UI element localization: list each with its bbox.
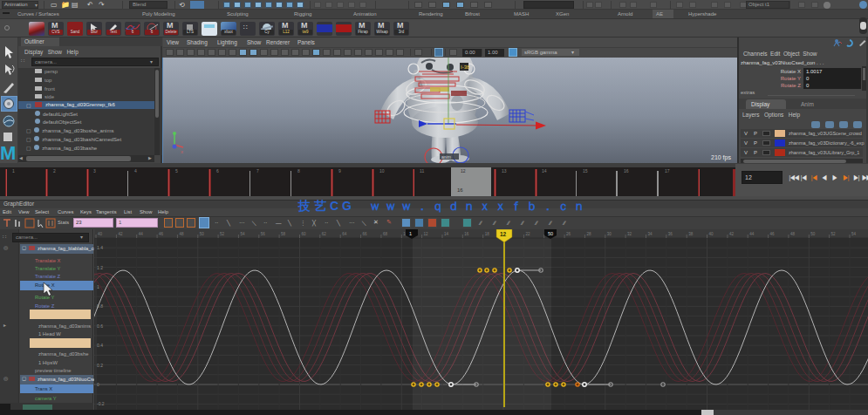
svg-text:42: 42 [118,232,123,236]
svg-text:0.2: 0.2 [97,363,103,368]
svg-text:44: 44 [749,232,755,236]
svg-text:18: 18 [485,232,490,236]
svg-text:64: 64 [342,232,347,236]
svg-text:1: 1 [409,231,412,236]
svg-text:32: 32 [627,232,632,236]
svg-text:210 fps: 210 fps [711,154,731,161]
svg-text:50: 50 [548,231,553,236]
svg-text:48: 48 [179,232,184,236]
svg-text:44: 44 [139,232,144,236]
svg-text:40: 40 [709,232,714,236]
svg-text:50: 50 [200,232,205,236]
svg-text:22: 22 [525,232,530,236]
svg-text:34: 34 [648,232,653,236]
svg-text:68: 68 [383,232,388,236]
svg-text:42: 42 [729,232,735,236]
svg-text:1.2: 1.2 [97,265,103,270]
svg-text:0.6: 0.6 [97,323,103,329]
svg-text:x: x [181,149,183,154]
svg-text:50: 50 [810,232,816,236]
svg-text:26: 26 [566,232,571,236]
svg-text:28: 28 [586,232,591,236]
svg-text:0.4: 0.4 [97,343,103,348]
svg-text:54: 54 [240,232,245,236]
svg-text:anim: anim [441,154,451,160]
svg-text:66: 66 [363,232,368,236]
svg-text:52: 52 [831,232,837,236]
svg-text:36: 36 [668,232,673,236]
svg-text:40: 40 [98,232,103,236]
svg-text:52: 52 [220,232,225,236]
svg-text:54: 54 [851,232,857,236]
svg-text:1.4: 1.4 [97,245,103,250]
svg-text:14: 14 [444,232,449,236]
svg-text:62: 62 [322,232,327,236]
svg-text:56: 56 [261,232,266,236]
svg-text:48: 48 [790,232,796,236]
svg-text:-0.2: -0.2 [97,401,105,406]
svg-text:12: 12 [500,231,507,237]
svg-text:46: 46 [770,232,776,236]
svg-text:58: 58 [281,232,286,236]
svg-text:60: 60 [302,232,307,236]
svg-text:46: 46 [159,232,164,236]
svg-text:30: 30 [607,232,612,236]
svg-text:38: 38 [688,232,694,236]
svg-text:0: 0 [97,382,99,387]
svg-text:I-38: I-38 [461,65,470,70]
svg-text:12: 12 [424,232,429,236]
svg-text:16: 16 [464,232,469,236]
